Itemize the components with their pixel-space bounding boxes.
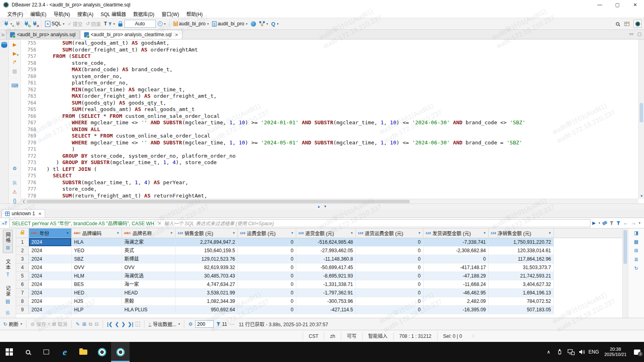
code-line[interactable]: WHERE mgclear_time <> '' AND SUBSTR(mgcl… [40,140,644,146]
cell[interactable]: 海澜优选 [122,272,175,280]
column-filter-arrow-icon[interactable]: ▼ [291,231,294,235]
column-header[interactable]: 123运费金额 (元)▼ [238,228,296,238]
database-select[interactable]: audit_bi_pro ▾ [172,20,210,27]
transaction-monitor-button[interactable] [250,21,257,27]
status-item[interactable]: CST [303,332,324,340]
code-line[interactable]: store_code, [40,60,644,67]
cell[interactable]: 0 [356,247,423,255]
refresh-button[interactable]: ↻ 刷新 ▾ [3,321,22,327]
cell[interactable]: 3,404,627.32 [489,280,554,289]
start-button[interactable] [0,342,19,362]
save-filter-icon[interactable] [616,221,621,225]
schema-select[interactable]: audit_bi_pro ▾ [211,20,249,27]
status-item[interactable]: Sel: 0 | 0 [437,332,468,340]
scrollbar-thumb[interactable] [623,230,627,264]
task-view-button[interactable] [37,342,56,362]
maximize-button[interactable]: ▢ [609,0,626,10]
cell[interactable]: 150,640,159.5 [175,247,238,255]
code-line[interactable]: platform_order_no, [40,80,644,86]
cell[interactable]: HLP [72,306,122,314]
first-page-button[interactable]: |❮ [107,321,112,327]
cell[interactable]: HLA [72,238,122,247]
status-item[interactable]: 可写 [341,332,362,340]
cell[interactable]: BES [72,280,122,289]
cell[interactable]: -11,148,360.8 [296,255,356,263]
grid-settings-button[interactable]: ⚙ [188,321,193,327]
cell[interactable]: 0 [356,297,423,306]
cell[interactable]: YEO [72,247,122,255]
code-line[interactable]: WHERE mgclear_time <> '' AND SUBSTR(mgcl… [40,119,644,126]
cell[interactable]: -46,462.95 [423,289,489,297]
column-header[interactable]: 123退货运费金额 (元)▼ [356,228,423,238]
cell[interactable]: OVV [72,263,122,272]
validate-sql-button[interactable]: ⚠ [12,189,18,195]
code-area[interactable]: SUM(real_goods_amt_t) AS goodsAmt, SUM(o… [40,39,644,199]
row-number-cell[interactable]: 6 [16,280,29,289]
commit-button[interactable]: ✓ 提交 [66,20,84,28]
presentation-tab[interactable]: 记录▤ [3,284,12,306]
editor-layout-icon[interactable]: ⧉ [2,33,4,37]
code-line[interactable]: SUM(return_freight_amt_t) AS returnFreig… [40,193,644,199]
close-tab-icon[interactable]: ✕ [175,33,178,37]
code-line[interactable]: SUBSTR(mgclear_time_t, 1, 4) AS perYear, [40,179,644,186]
network-icon[interactable] [566,342,576,362]
db-search-button[interactable]: Q ▾ [270,20,280,28]
delete-row-button[interactable]: ⊟ [95,321,99,327]
file-explorer-button[interactable] [74,342,93,362]
cell[interactable]: 2024 [29,272,72,280]
add-presentation-icon[interactable]: ⎘ [6,310,10,316]
scrollbar-thumb[interactable] [27,200,410,203]
export-data-button[interactable]: ↑ 导出数据... ▾ [149,321,180,327]
status-item[interactable]: zh [324,332,341,340]
maximize-editor-icon[interactable]: ▢ [638,31,642,37]
menu-item[interactable]: 数据库(D) [130,10,158,18]
cell[interactable]: 0 [238,272,296,280]
cell[interactable]: -50,699,417.45 [296,263,356,272]
cell[interactable]: HED [72,289,122,297]
cell[interactable]: 0 [356,272,423,280]
cell[interactable]: 0 [356,255,423,263]
code-line[interactable]: SUM(order_freight_amt_t) AS orderFreight… [40,47,644,53]
cell[interactable]: 1,082,344.39 [175,297,238,306]
column-filter-arrow-icon[interactable]: ▼ [170,231,173,235]
close-results-icon[interactable]: ✕ [38,212,41,216]
results-vertical-scrollbar[interactable] [622,228,628,318]
execute-script-button[interactable]: ↱ [12,59,18,65]
cell[interactable]: 2,274,894,947.2 [175,238,238,247]
chevron-down-icon[interactable]: ▾ [246,22,248,26]
cell[interactable]: 120,338,014.61 [489,247,554,255]
cell[interactable]: 2024 [29,238,72,247]
fetch-size-input[interactable] [195,320,214,328]
cell[interactable]: 0 [356,289,423,297]
cell[interactable]: 507,183.05 [489,306,554,314]
cell[interactable]: 0 [423,255,489,263]
close-button[interactable]: ✕ [626,0,644,10]
code-line[interactable]: ) GROUP BY SUBSTR(mgclear_time_t, 1, 4),… [40,159,644,166]
cell[interactable]: HLM [72,272,122,280]
minimize-button[interactable]: — [591,0,609,10]
cell[interactable]: -417,148.17 [423,263,489,272]
notification-center-button[interactable]: 1 [632,342,642,362]
status-item[interactable]: 708 : 1 : 31212 [393,332,437,340]
collapse-down-icon[interactable]: ▼ [324,205,327,208]
column-header[interactable]: ABC品牌编码▼ [72,228,122,238]
execute-new-tab-button[interactable]: ▶+ [12,50,18,56]
row-number-cell[interactable]: 3 [16,255,29,263]
cell[interactable]: 129,012,523.76 [175,255,238,263]
editor-horizontal-scrollbar[interactable]: ❮ [21,199,638,204]
editor-tab[interactable]: <audit_bi_pro> analysis_cleartime.sql✕ [80,30,182,39]
chevron-down-icon[interactable]: ▾ [178,322,180,326]
scrollbar-thumb[interactable] [640,103,643,122]
filter-count-button[interactable]: 11 [216,321,227,327]
cell[interactable]: -47,188.29 [423,272,489,280]
cell[interactable]: -300,753.96 [296,297,356,306]
chevron-down-icon[interactable]: ▾ [599,221,600,225]
nav-back-button[interactable]: ← [623,220,628,226]
menu-item[interactable]: 文件(F) [4,10,26,18]
cell[interactable]: HEAD [122,289,175,297]
column-filter-arrow-icon[interactable]: ▼ [66,231,69,235]
row-number-cell[interactable]: 5 [16,272,29,280]
row-number-cell[interactable]: 8 [16,297,29,306]
execute-sql-button[interactable]: ▶ [12,41,18,47]
cell[interactable]: 2024 [29,247,72,255]
